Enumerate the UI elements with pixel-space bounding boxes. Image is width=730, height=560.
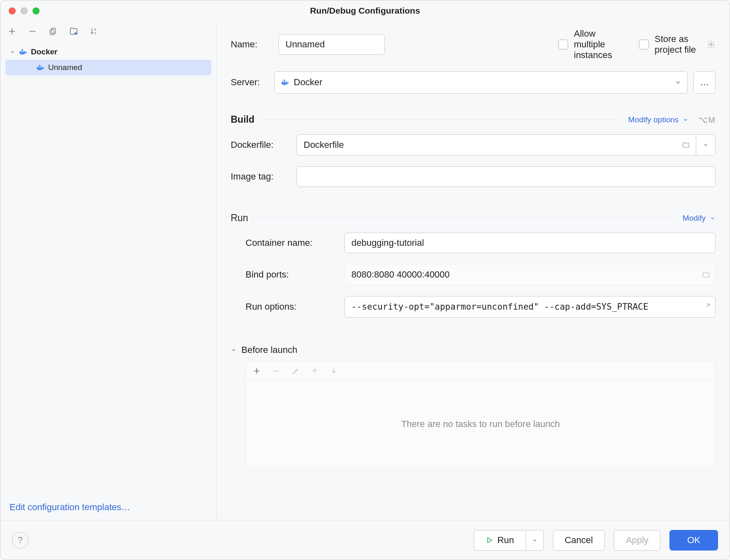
play-icon	[486, 537, 493, 544]
server-more-button[interactable]: …	[693, 71, 716, 93]
help-button[interactable]: ?	[12, 532, 28, 548]
run-button[interactable]: Run	[474, 530, 525, 551]
folder-icon[interactable]	[676, 134, 696, 156]
tree-item-label: Unnamed	[48, 63, 82, 72]
checkbox-icon	[558, 40, 568, 49]
chevron-down-icon	[683, 117, 688, 123]
container-name-input[interactable]	[344, 233, 716, 253]
allow-multiple-label: Allow multiple instances	[574, 28, 622, 61]
svg-text:a: a	[94, 28, 96, 31]
chevron-down-icon	[710, 215, 716, 221]
edit-task-icon	[292, 367, 299, 375]
gear-icon[interactable]	[707, 40, 716, 49]
svg-rect-16	[39, 65, 40, 67]
ok-button[interactable]: OK	[669, 530, 718, 551]
bind-ports-field[interactable]: 8080:8080 40000:40000	[344, 264, 716, 285]
run-options-input[interactable]: --security-opt="apparmor=unconfined" --c…	[344, 296, 716, 317]
name-input[interactable]	[278, 34, 385, 55]
remove-task-icon	[272, 367, 281, 375]
tree-item-unnamed[interactable]: Unnamed	[5, 60, 211, 75]
bind-ports-label: Bind ports:	[246, 269, 344, 280]
config-tree: Docker Unnamed	[0, 42, 216, 495]
add-task-icon[interactable]	[253, 367, 261, 375]
chevron-down-icon	[231, 347, 236, 353]
remove-config-icon[interactable]	[28, 26, 37, 36]
add-config-icon[interactable]	[7, 26, 17, 36]
move-up-icon	[311, 367, 318, 375]
imagetag-input[interactable]	[297, 166, 716, 187]
svg-point-17	[710, 43, 712, 46]
run-options-label: Run options:	[246, 301, 344, 312]
titlebar: Run/Debug Configurations	[0, 0, 730, 21]
svg-rect-4	[50, 30, 54, 35]
svg-rect-12	[21, 49, 23, 51]
window-title: Run/Debug Configurations	[0, 6, 730, 16]
server-select[interactable]: Docker	[274, 71, 688, 93]
container-name-label: Container name:	[246, 238, 344, 248]
before-launch-box: There are no tasks to run before launch	[246, 361, 716, 468]
svg-rect-21	[283, 80, 285, 82]
cancel-button[interactable]: Cancel	[553, 530, 605, 551]
build-modify-shortcut: ⌥M	[698, 115, 716, 125]
tree-group-docker[interactable]: Docker	[5, 44, 211, 60]
chevron-down-icon	[675, 79, 681, 86]
svg-rect-3	[51, 28, 56, 34]
divider	[263, 119, 621, 120]
name-label: Name:	[231, 39, 278, 50]
store-project-label: Store as project file	[655, 34, 702, 55]
window-close-button[interactable]	[9, 7, 16, 14]
run-modify-link[interactable]: Modify	[683, 214, 706, 223]
move-down-icon	[330, 367, 337, 375]
docker-icon	[36, 63, 45, 72]
copy-config-icon[interactable]	[48, 26, 58, 36]
build-section-title: Build	[231, 114, 255, 125]
dockerfile-input[interactable]: Dockerfile	[297, 134, 676, 156]
save-config-icon[interactable]	[69, 26, 79, 36]
imagetag-label: Image tag:	[231, 171, 297, 182]
svg-line-22	[707, 304, 709, 307]
sidebar-toolbar: az	[0, 21, 216, 42]
folder-icon[interactable]	[702, 271, 710, 279]
before-launch-title: Before launch	[241, 345, 297, 355]
dockerfile-history-button[interactable]	[696, 134, 716, 156]
docker-icon	[19, 47, 28, 56]
dockerfile-label: Dockerfile:	[231, 140, 297, 150]
before-launch-header[interactable]: Before launch	[231, 345, 716, 355]
allow-multiple-checkbox[interactable]: Allow multiple instances	[558, 28, 622, 61]
svg-text:z: z	[94, 31, 96, 35]
divider	[256, 218, 675, 218]
docker-icon	[281, 78, 290, 87]
build-modify-link[interactable]: Modify options	[628, 115, 679, 124]
svg-marker-28	[488, 538, 492, 543]
server-value: Docker	[294, 77, 323, 88]
window-zoom-button[interactable]	[33, 7, 40, 14]
sort-config-icon[interactable]: az	[89, 26, 99, 36]
window-minimize-button	[21, 7, 28, 14]
apply-button[interactable]: Apply	[614, 530, 660, 551]
run-dropdown-button[interactable]	[526, 530, 544, 551]
expand-icon[interactable]	[703, 303, 710, 310]
before-launch-empty-text: There are no tasks to run before launch	[246, 380, 715, 468]
edit-templates-link[interactable]: Edit configuration templates…	[9, 502, 131, 512]
store-project-checkbox[interactable]: Store as project file	[639, 34, 702, 55]
chevron-down-icon	[9, 49, 15, 55]
server-label: Server:	[231, 77, 274, 88]
run-section-title: Run	[231, 212, 248, 224]
checkbox-icon	[639, 40, 649, 49]
tree-group-label: Docker	[31, 47, 57, 56]
